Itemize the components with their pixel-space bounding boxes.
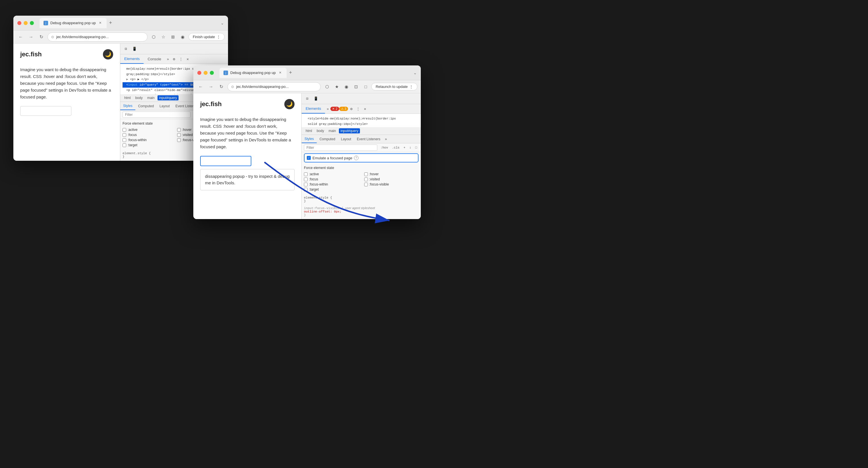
star-icon-2[interactable]: ★ (333, 83, 341, 91)
active-check-2[interactable]: :active (304, 172, 359, 176)
visited-check-2[interactable]: :visited (364, 177, 419, 181)
plus-pill-2[interactable]: + (402, 145, 407, 150)
active-tab-1[interactable]: j Debug disappearing pop up ✕ (39, 18, 106, 28)
screencast-icon-2[interactable]: □ (362, 83, 370, 91)
styles-filter-input-1[interactable] (123, 112, 190, 118)
page-area-2: jec.fish 🌙 Imagine you want to debug the… (193, 93, 301, 219)
emulate-focused-help-icon[interactable]: ? (354, 156, 359, 160)
more-tabs-1[interactable]: » (165, 55, 170, 63)
new-tab-btn-2[interactable]: + (287, 69, 294, 77)
dark-mode-toggle-1[interactable]: 🌙 (103, 49, 113, 59)
settings-icon-dt-1[interactable]: ⚙ (170, 56, 178, 63)
focus-visible-check-2[interactable]: :focus-visible (364, 182, 419, 186)
back-btn-2[interactable]: ← (197, 83, 205, 91)
more-style-tabs-2[interactable]: » (383, 135, 389, 143)
close-button-1[interactable] (17, 21, 21, 25)
close-button-2[interactable] (197, 71, 201, 75)
forward-btn-1[interactable]: → (27, 33, 35, 41)
reload-btn-2[interactable]: ↻ (217, 83, 225, 91)
profile-icon-2[interactable]: ◉ (342, 83, 350, 91)
minimize-button-1[interactable] (24, 21, 28, 25)
tab-dropdown-2[interactable]: ⌄ (413, 70, 417, 75)
bc-input-1[interactable]: input#query (157, 95, 179, 100)
minimize-button-2[interactable] (204, 71, 208, 75)
address-bar-1[interactable]: ⊙ jec.fish/demo/disappearing-po... (48, 32, 148, 41)
device-icon-2[interactable]: 📱 (312, 95, 319, 102)
address-bar-2[interactable]: ⊙ jec.fish/demo/disappearing-po... (227, 82, 321, 91)
emulate-focused-label: Emulate a focused page (312, 156, 352, 160)
active-check-1[interactable]: :active (123, 128, 172, 132)
reload-btn-1[interactable]: ↻ (37, 33, 45, 41)
query-input-2[interactable]: ta (200, 156, 251, 166)
focus-check-2[interactable]: :focus (304, 177, 359, 181)
more-icon-dt-2[interactable]: ⋮ (355, 106, 362, 112)
bc-body-2[interactable]: body (315, 128, 326, 134)
popup-box-2: dissappearing popup - try to inspect & d… (200, 169, 294, 190)
square-pill-2[interactable]: □ (414, 145, 418, 150)
cast-icon-1[interactable]: ⬡ (150, 33, 158, 41)
tab-close-1[interactable]: ✕ (98, 21, 103, 25)
new-tab-btn-1[interactable]: + (106, 19, 115, 27)
target-check-2[interactable]: :target (304, 187, 359, 192)
update-btn-label-1: Finish update (193, 35, 215, 39)
styles-tab-1[interactable]: Styles (120, 102, 135, 110)
active-tab-2[interactable]: j Debug disappearing pop up ✕ (219, 68, 287, 78)
settings-icon-dt-2[interactable]: ⚙ (348, 106, 355, 112)
event-listeners-tab-2[interactable]: Event Listeners (354, 136, 383, 143)
styles-tab-2[interactable]: Styles (302, 135, 317, 143)
profile-icon-1[interactable]: ◉ (179, 33, 187, 41)
elements-tab-1[interactable]: Elements (120, 54, 144, 64)
update-button-1[interactable]: Finish update ⋮ (188, 33, 225, 41)
elements-tab-2[interactable]: Elements (302, 104, 325, 114)
cast-icon-2[interactable]: ⬡ (323, 83, 331, 91)
maximize-button-2[interactable] (210, 71, 214, 75)
cls-pill-2[interactable]: .cls (391, 145, 401, 150)
computed-tab-1[interactable]: Computed (135, 103, 157, 110)
bc-main-1[interactable]: main (146, 95, 156, 100)
bc-main-2[interactable]: main (327, 128, 338, 134)
target-check-1[interactable]: :target (123, 143, 172, 147)
force-state-title-2: Force element state (304, 166, 418, 170)
page-description-2: Imagine you want to debug the dissappear… (200, 116, 294, 150)
bc-html-2[interactable]: html (304, 128, 314, 134)
site-header-2: jec.fish 🌙 (200, 99, 294, 109)
bc-body-1[interactable]: body (134, 95, 145, 100)
emulate-focused-checkbox[interactable]: ✓ (307, 156, 311, 160)
forward-btn-2[interactable]: → (207, 83, 215, 91)
arrow-pill-2[interactable]: ↕ (408, 145, 413, 150)
update-button-2[interactable]: Relaunch to update ⋮ (371, 83, 417, 90)
focus-within-check-2[interactable]: :focus-within (304, 182, 359, 186)
layout-tab-2[interactable]: Layout (338, 136, 354, 143)
emulate-focused-row[interactable]: ✓ Emulate a focused page ? (304, 153, 418, 163)
bc-html-1[interactable]: html (123, 95, 132, 100)
hover-check-2[interactable]: :hover (364, 172, 419, 176)
inspect-icon-1[interactable]: ⊡ (123, 46, 129, 52)
back-btn-1[interactable]: ← (17, 33, 25, 41)
site-logo-2: jec.fish (200, 100, 222, 108)
console-tab-1[interactable]: Console (144, 55, 165, 63)
devtools-tabs-2: Elements » ✕ 2 ⚠ 3 ⚙ ⋮ ✕ (302, 104, 421, 114)
tab-dropdown-1[interactable]: ⌄ (221, 21, 224, 25)
styles-filter-input-2[interactable] (304, 145, 377, 151)
tab-favicon-1: j (43, 21, 48, 25)
layout-tab-1[interactable]: Layout (157, 103, 173, 110)
close-devtools-2[interactable]: ✕ (362, 106, 369, 112)
device-icon-1[interactable]: 📱 (131, 46, 138, 52)
dark-mode-toggle-2[interactable]: 🌙 (284, 99, 294, 109)
security-icon-2: ⊙ (231, 85, 234, 89)
focus-within-check-1[interactable]: :focus-within (123, 138, 172, 142)
query-input-1[interactable]: ta (20, 106, 71, 116)
focus-check-1[interactable]: :focus (123, 133, 172, 137)
bc-input-2[interactable]: input#query (339, 128, 360, 134)
tab-close-2[interactable]: ✕ (278, 70, 283, 75)
more-icon-dt-1[interactable]: ⋮ (178, 56, 184, 63)
computed-tab-2[interactable]: Computed (317, 136, 338, 143)
hov-pill-2[interactable]: :hov (379, 145, 389, 150)
star-icon-1[interactable]: ☆ (159, 33, 167, 41)
more-tabs-2[interactable]: » (325, 105, 330, 113)
inspect-icon-2[interactable]: ⊡ (304, 95, 311, 102)
maximize-button-1[interactable] (30, 21, 34, 25)
devtools-icon-2[interactable]: ⊡ (352, 83, 360, 91)
extensions-icon-1[interactable]: ⊞ (169, 33, 177, 41)
close-devtools-1[interactable]: ✕ (184, 56, 191, 63)
